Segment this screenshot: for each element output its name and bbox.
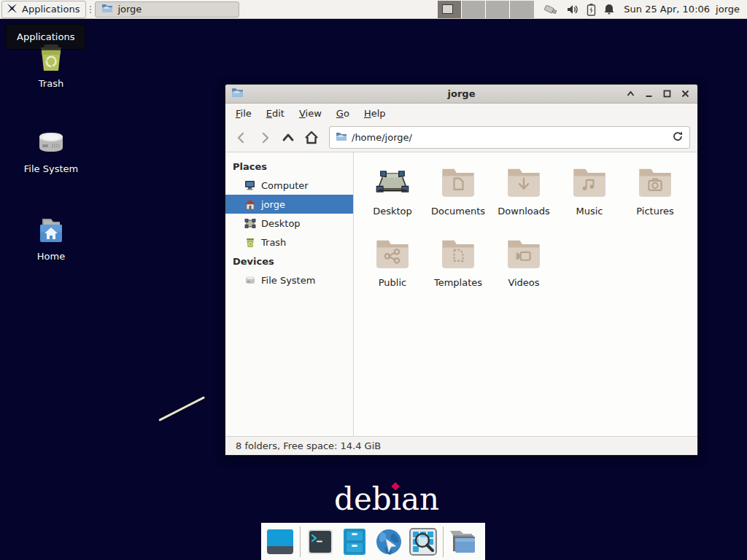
file-item-videos[interactable]: Videos	[491, 234, 557, 306]
sidebar-item-desktop[interactable]: Desktop	[225, 214, 353, 233]
taskbar-window-label: jorge	[117, 4, 142, 15]
folder-icon	[101, 3, 113, 15]
menubar: File Edit View Go Help	[225, 104, 697, 123]
up-button[interactable]	[278, 128, 298, 148]
dock	[261, 523, 485, 560]
show-desktop-icon	[266, 528, 294, 556]
file-item-label: Public	[379, 277, 406, 288]
file-cabinet-icon	[342, 528, 367, 556]
home-icon	[244, 199, 256, 210]
dock-terminal[interactable]	[306, 527, 335, 556]
sidebar-item-jorge[interactable]: jorge	[225, 195, 353, 214]
location-bar[interactable]: /home/jorge/	[329, 126, 690, 149]
notifications-bell-icon[interactable]	[603, 3, 615, 15]
volume-icon[interactable]	[566, 4, 579, 15]
dock-app-finder[interactable]	[409, 527, 438, 556]
path-folder-icon	[336, 131, 347, 144]
workspace-3[interactable]	[486, 1, 510, 18]
forward-button[interactable]	[255, 128, 275, 148]
workspace-2[interactable]	[462, 1, 486, 18]
pictures-folder-icon	[636, 163, 674, 201]
toolbar: /home/jorge/	[225, 123, 697, 152]
sidebar-item-label: Desktop	[261, 218, 301, 229]
maximize-button[interactable]	[661, 88, 673, 100]
file-item-label: Downloads	[498, 206, 549, 217]
videos-folder-icon	[505, 234, 543, 272]
top-panel: Applications jorge	[0, 0, 747, 19]
workspace-switcher	[438, 1, 534, 18]
path-text[interactable]: /home/jorge/	[352, 132, 667, 143]
debian-logo-text: an	[401, 481, 439, 517]
sidebar-header-devices: Devices	[225, 252, 353, 271]
file-item-desktop[interactable]: Desktop	[360, 163, 425, 234]
file-item-pictures[interactable]: Pictures	[622, 163, 688, 234]
dock-web-browser[interactable]	[374, 527, 403, 556]
minimize-button[interactable]	[643, 88, 655, 100]
home-folder-icon	[34, 213, 69, 248]
desktop-icon-trash[interactable]: Trash	[20, 40, 82, 89]
dock-separator	[443, 526, 444, 557]
file-item-music[interactable]: Music	[557, 163, 622, 234]
desktop-icon-label: File System	[24, 163, 78, 174]
workspace-1[interactable]	[438, 1, 462, 18]
dock-file-manager[interactable]	[449, 527, 478, 556]
workspace-4[interactable]	[510, 1, 534, 18]
workspace-window-thumb	[442, 4, 453, 14]
file-item-templates[interactable]: Templates	[425, 234, 491, 306]
sidebar-item-label: Computer	[261, 180, 309, 191]
file-grid: Desktop Documents Downloads	[354, 152, 697, 436]
menu-file[interactable]: File	[228, 105, 259, 122]
dock-show-desktop[interactable]	[266, 527, 295, 556]
documents-folder-icon	[439, 163, 477, 201]
sidebar-item-label: jorge	[261, 199, 285, 210]
menu-view[interactable]: View	[292, 105, 329, 122]
file-item-label: Desktop	[373, 206, 412, 217]
removable-device-icon[interactable]	[543, 3, 559, 16]
dock-file-cabinet[interactable]	[340, 527, 369, 556]
downloads-folder-icon	[505, 163, 543, 201]
stray-line-artifact	[158, 396, 205, 421]
web-browser-icon	[374, 527, 403, 556]
applications-menu-label: Applications	[22, 4, 80, 15]
file-item-documents[interactable]: Documents	[425, 163, 491, 234]
reload-icon[interactable]	[672, 131, 684, 145]
drive-icon	[244, 275, 256, 286]
desktop-icon	[244, 218, 256, 229]
file-item-public[interactable]: Public	[360, 234, 425, 306]
application-finder-icon	[409, 528, 437, 556]
system-tray	[543, 3, 615, 16]
desktop-icon-home[interactable]: Home	[20, 213, 82, 262]
trash-icon	[34, 40, 69, 75]
sidebar-item-file-system[interactable]: File System	[225, 271, 353, 289]
close-button[interactable]	[679, 88, 692, 100]
statusbar-text: 8 folders, Free space: 14.4 GiB	[236, 440, 381, 451]
computer-icon	[244, 180, 256, 191]
sidebar-item-label: Trash	[261, 237, 286, 248]
menu-help[interactable]: Help	[357, 105, 393, 122]
menu-go[interactable]: Go	[329, 105, 357, 122]
sidebar-item-computer[interactable]: Computer	[225, 176, 353, 195]
back-button[interactable]	[231, 128, 252, 148]
file-item-label: Templates	[434, 277, 482, 288]
dock-separator	[300, 526, 301, 557]
sidebar-item-label: File System	[261, 275, 315, 286]
sidebar-item-trash[interactable]: Trash	[225, 233, 353, 252]
taskbar-window-button[interactable]: jorge	[95, 1, 239, 18]
panel-clock[interactable]: Sun 25 Apr, 10:06	[624, 4, 710, 15]
file-item-downloads[interactable]: Downloads	[491, 163, 557, 234]
shade-button[interactable]	[624, 88, 637, 100]
applications-menu-button[interactable]: Applications	[1, 1, 86, 18]
menu-edit[interactable]: Edit	[259, 105, 292, 122]
home-button[interactable]	[301, 128, 322, 148]
desktop-icon-label: Home	[37, 251, 65, 262]
music-folder-icon	[570, 163, 608, 201]
desktop-icon-filesystem[interactable]: File System	[20, 125, 82, 174]
window-titlebar[interactable]: jorge	[225, 85, 697, 104]
battery-charging-icon[interactable]	[587, 3, 596, 16]
xfce-applications-icon	[6, 2, 18, 17]
hard-drive-icon	[34, 125, 69, 160]
panel-username[interactable]: jorge	[716, 4, 740, 15]
open-folder-icon	[449, 528, 478, 556]
tasklist-handle[interactable]	[88, 2, 93, 17]
desktop-icon-label: Trash	[39, 78, 63, 89]
